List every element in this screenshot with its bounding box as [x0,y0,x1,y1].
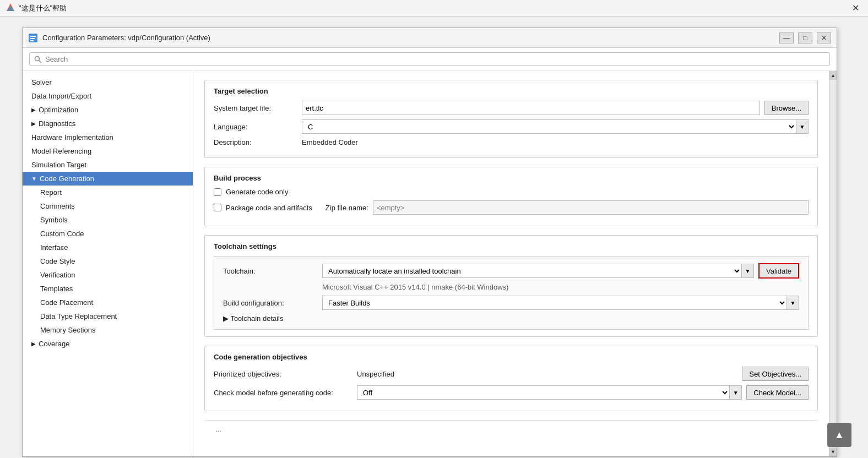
build-config-select[interactable]: Faster Builds [322,296,787,310]
target-selection-section: Target selection System target file: Bro… [204,80,818,158]
code-gen-objectives-title: Code generation objectives [214,353,809,361]
build-config-dropdown-arrow-icon[interactable]: ▼ [787,296,799,310]
collapse-arrow-icon: ▶ [31,341,36,347]
app-titlebar: "这是什么"帮助 ✕ [0,0,868,17]
sidebar-item-verification[interactable]: Verification [23,268,193,282]
sidebar-item-data-type-replacement[interactable]: Data Type Replacement [23,309,193,323]
svg-rect-3 [30,36,36,37]
build-process-title: Build process [214,174,809,182]
sidebar-item-comments[interactable]: Comments [23,199,193,213]
sidebar-item-symbols[interactable]: Symbols [23,213,193,227]
toolchain-inner: Toolchain: Automatically locate an insta… [214,256,809,330]
check-model-label: Check model before generating code: [214,389,357,397]
sidebar-item-label: Data Type Replacement [40,312,117,320]
language-dropdown-arrow-icon[interactable]: ▼ [796,119,809,134]
check-model-select-wrap: Off ▼ [357,385,742,400]
toolchain-dropdown-arrow-icon[interactable]: ▼ [742,264,754,278]
window-close-button[interactable]: ✕ [817,32,831,43]
build-config-label: Build configuration: [223,299,322,307]
window-maximize-button[interactable]: □ [798,32,812,43]
sidebar-item-memory-sections[interactable]: Memory Sections [23,323,193,337]
check-model-row: Check model before generating code: Off … [214,385,809,400]
package-code-row: Package code and artifacts Zip file name… [214,200,809,215]
check-model-button[interactable]: Check Model... [746,385,809,400]
app-close-button[interactable]: ✕ [849,3,862,13]
generate-code-only-label: Generate code only [226,188,288,196]
sidebar-item-label: Hardware Implementation [31,133,113,141]
sidebar-item-templates[interactable]: Templates [23,282,193,296]
sidebar-item-label: Memory Sections [40,326,95,334]
toolchain-info: Microsoft Visual C++ 2015 v14.0 | nmake … [223,283,799,291]
sidebar-item-label: Symbols [40,216,68,224]
validate-button[interactable]: Validate [758,263,799,279]
description-row: Description: Embedded Coder [214,138,809,146]
scroll-to-top-icon: ▲ [834,429,844,441]
sidebar-item-data-import-export[interactable]: Data Import/Export [23,89,193,103]
sidebar-item-simulation-target[interactable]: Simulation Target [23,158,193,172]
sidebar-item-interface[interactable]: Interface [23,241,193,254]
sidebar-item-hardware-implementation[interactable]: Hardware Implementation [23,130,193,144]
description-value: Embedded Coder [302,138,358,146]
sidebar-item-label: Coverage [39,340,69,348]
scroll-down-arrow-icon[interactable]: ▼ [829,448,837,456]
sidebar-item-model-referencing[interactable]: Model Referencing [23,144,193,158]
main-content: Solver Data Import/Export ▶ Optimization… [23,71,837,456]
system-target-file-input[interactable] [302,101,760,115]
sidebar-item-label: Templates [40,285,73,293]
svg-rect-4 [30,38,35,39]
browse-button[interactable]: Browse... [764,101,809,115]
scroll-up-arrow-icon[interactable]: ▲ [829,71,837,80]
sidebar-item-code-style[interactable]: Code Style [23,254,193,268]
zip-file-input[interactable] [373,200,809,215]
scroll-to-top-button[interactable]: ▲ [827,423,851,447]
toolchain-select[interactable]: Automatically locate an installed toolch… [322,264,742,278]
sidebar-item-solver[interactable]: Solver [23,75,193,89]
scrollbar: ▲ ▼ [829,71,837,456]
search-input[interactable] [45,55,825,63]
sidebar-item-label: Simulation Target [31,161,86,169]
package-code-checkbox[interactable] [214,204,221,211]
right-panel: Target selection System target file: Bro… [193,71,829,456]
build-config-row: Build configuration: Faster Builds ▼ [223,296,799,310]
sidebar-item-custom-code[interactable]: Custom Code [23,227,193,241]
sidebar-item-optimization[interactable]: ▶ Optimization [23,103,193,117]
system-target-file-row: System target file: Browse... [214,101,809,115]
toolchain-settings-section: Toolchain settings Toolchain: Automatica… [204,235,818,337]
search-icon [34,56,42,63]
sidebar-item-diagnostics[interactable]: ▶ Diagnostics [23,117,193,130]
sidebar-item-label: Optimization [39,106,78,114]
toolchain-details-row[interactable]: ▶ Toolchain details [223,314,799,323]
sidebar-item-label: Model Referencing [31,147,91,155]
sidebar-item-code-placement[interactable]: Code Placement [23,296,193,309]
app-title: "这是什么"帮助 [19,3,849,13]
sidebar-item-label: Diagnostics [39,119,75,128]
set-objectives-button[interactable]: Set Objectives... [742,367,809,381]
search-input-wrap [29,52,830,66]
sidebar-item-coverage[interactable]: ▶ Coverage [23,337,193,351]
window-minimize-button[interactable]: — [779,32,794,43]
window-icon [28,33,38,43]
sidebar-item-report[interactable]: Report [23,186,193,199]
build-process-section: Build process Generate code only Package… [204,167,818,226]
language-row: Language: C ▼ [214,119,809,134]
scroll-track[interactable] [829,80,837,448]
svg-line-7 [39,60,42,63]
window-title: Configuration Parameters: vdp/Configurat… [42,34,779,42]
bottom-ellipsis: ... [204,420,818,438]
sidebar-item-label: Comments [40,202,75,210]
svg-marker-1 [7,6,14,11]
collapse-arrow-icon: ▶ [31,107,36,113]
toolchain-settings-title: Toolchain settings [214,242,809,250]
language-select-wrap: C ▼ [302,119,809,134]
window-controls: — □ ✕ [779,32,831,43]
generate-code-only-checkbox[interactable] [214,188,221,196]
language-select[interactable]: C [302,119,796,134]
main-window: Configuration Parameters: vdp/Configurat… [22,28,837,457]
sidebar-item-label: Interface [40,243,68,252]
prioritized-value: Unspecified [357,370,742,378]
check-model-dropdown-arrow-icon[interactable]: ▼ [730,385,742,400]
target-selection-title: Target selection [214,87,809,95]
sidebar-item-code-generation[interactable]: ▼ Code Generation [23,172,193,186]
toolchain-row: Toolchain: Automatically locate an insta… [223,263,799,279]
check-model-select[interactable]: Off [357,385,730,400]
